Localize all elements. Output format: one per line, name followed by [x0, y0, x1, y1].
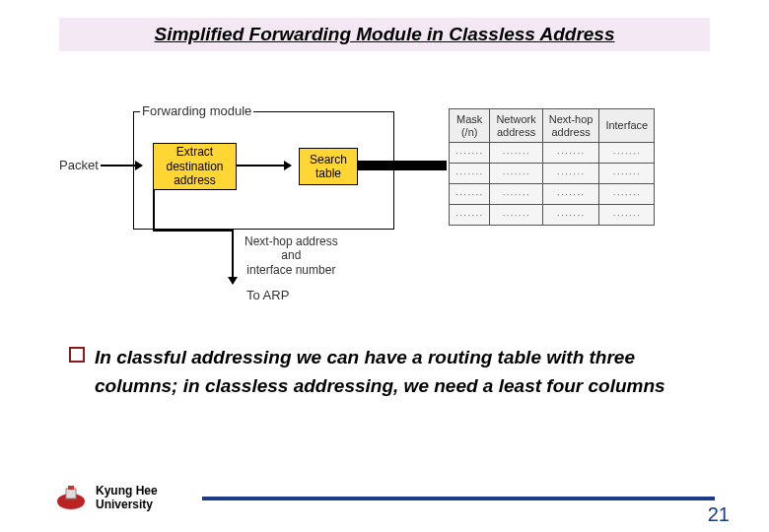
- forwarding-diagram: Packet Forwarding module Extract destina…: [59, 103, 705, 291]
- thick-connector: [358, 161, 447, 170]
- arp-horizontal-line: [153, 230, 234, 232]
- svg-rect-1: [66, 489, 76, 499]
- to-arp-label: To ARP: [246, 288, 289, 302]
- nexthop-label: Next-hop address and interface number: [245, 234, 338, 277]
- bullet-square-icon: [69, 347, 85, 363]
- table-row: ····························: [450, 143, 655, 164]
- arrow-to-arp: [232, 230, 234, 284]
- page-number: 21: [708, 503, 730, 526]
- table-row: ····························: [450, 184, 655, 205]
- packet-label: Packet: [59, 158, 99, 172]
- col-network: Network address: [490, 109, 542, 143]
- routing-table: Mask (/n) Network address Next-hop addre…: [449, 108, 655, 226]
- table-row: ····························: [450, 205, 655, 226]
- slide-title-bar: Simplified Forwarding Module in Classles…: [59, 18, 710, 51]
- col-interface: Interface: [599, 109, 655, 143]
- university-name: Kyung Hee University: [96, 485, 184, 512]
- arp-vertical-stub: [153, 190, 155, 230]
- col-mask: Mask (/n): [450, 109, 490, 143]
- search-table-box: Search table: [299, 148, 358, 185]
- col-nexthop: Next-hop address: [542, 109, 599, 143]
- arrow-extract-to-search: [237, 165, 291, 166]
- table-row: ····························: [450, 164, 655, 184]
- university-logo-icon: [54, 486, 88, 511]
- bullet-text: In classful addressing we can have a rou…: [95, 343, 700, 401]
- bullet-paragraph: In classful addressing we can have a rou…: [69, 343, 700, 401]
- slide-title: Simplified Forwarding Module in Classles…: [154, 24, 614, 44]
- extract-destination-box: Extract destination address: [153, 143, 237, 190]
- slide-footer: Kyung Hee University: [54, 485, 725, 512]
- footer-divider: [202, 497, 715, 500]
- svg-rect-2: [68, 486, 74, 490]
- forwarding-module-label: Forwarding module: [140, 103, 253, 118]
